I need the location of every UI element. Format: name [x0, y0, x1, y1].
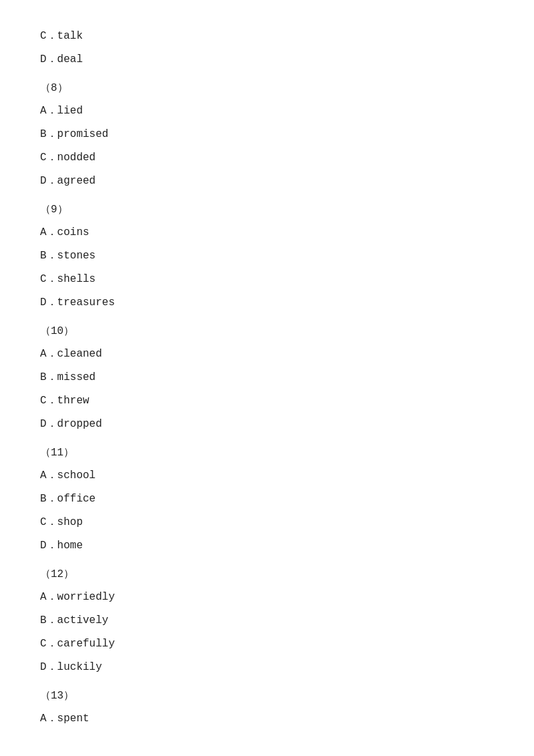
option-q10-2: C．threw — [40, 391, 494, 411]
option-q10-1: B．missed — [40, 368, 494, 387]
question-num-q8: （8） — [40, 79, 494, 98]
option-q10-3: D．dropped — [40, 415, 494, 434]
option-q11-2: C．shop — [40, 513, 494, 532]
pre-option-d: D．deal — [40, 50, 494, 69]
question-num-q11: （11） — [40, 443, 494, 463]
option-q8-3: D．agreed — [40, 172, 494, 191]
question-num-q13: （13） — [40, 687, 494, 706]
option-q11-1: B．office — [40, 490, 494, 509]
pre-option-c: C．talk — [40, 27, 494, 46]
question-num-q9: （9） — [40, 200, 494, 220]
option-q9-1: B．stones — [40, 246, 494, 266]
option-q8-0: A．lied — [40, 102, 494, 121]
option-q9-2: C．shells — [40, 270, 494, 289]
option-q12-3: D．luckily — [40, 658, 494, 677]
option-q9-0: A．coins — [40, 223, 494, 242]
option-q8-2: C．nodded — [40, 148, 494, 168]
option-q11-3: D．home — [40, 536, 494, 556]
question-num-q12: （12） — [40, 565, 494, 584]
option-q12-0: A．worriedly — [40, 588, 494, 607]
option-q12-1: B．actively — [40, 611, 494, 630]
option-q9-3: D．treasures — [40, 293, 494, 313]
option-q8-1: B．promised — [40, 125, 494, 144]
option-q11-0: A．school — [40, 466, 494, 486]
option-q12-2: C．carefully — [40, 634, 494, 654]
option-q10-0: A．cleaned — [40, 345, 494, 364]
option-q13-0: A．spent — [40, 709, 494, 729]
question-num-q10: （10） — [40, 322, 494, 341]
